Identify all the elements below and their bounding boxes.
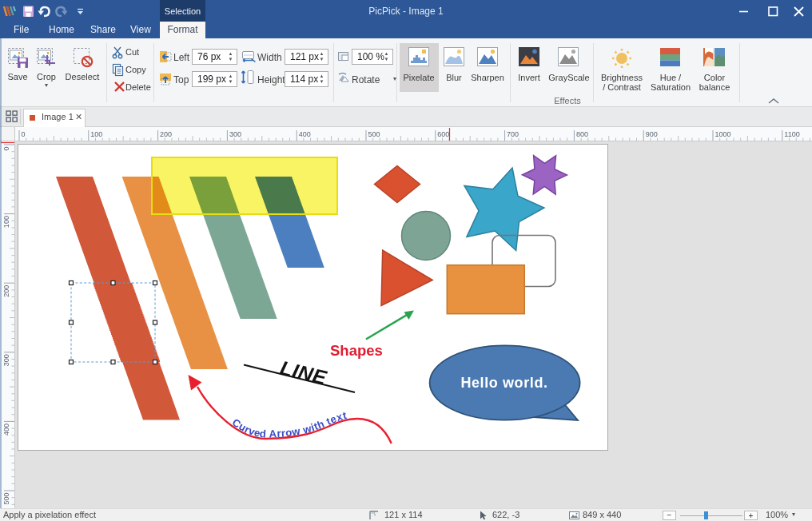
svg-text:300: 300 <box>2 354 10 366</box>
svg-text:0: 0 <box>2 147 10 151</box>
svg-text:Shapes: Shapes <box>330 342 383 359</box>
svg-text:Hello world.: Hello world. <box>460 375 547 391</box>
svg-text:1100: 1100 <box>784 130 799 138</box>
svg-text:100: 100 <box>2 216 10 228</box>
svg-text:600: 600 <box>437 130 449 138</box>
svg-text:0: 0 <box>22 130 26 138</box>
svg-text:1000: 1000 <box>715 130 731 138</box>
svg-text:200: 200 <box>160 130 172 138</box>
svg-text:200: 200 <box>2 285 10 297</box>
svg-text:800: 800 <box>576 130 588 138</box>
svg-text:400: 400 <box>299 130 311 138</box>
svg-text:400: 400 <box>2 424 10 435</box>
svg-text:700: 700 <box>507 130 519 138</box>
svg-text:Curved Arrow with text: Curved Arrow with text <box>230 409 348 440</box>
svg-text:300: 300 <box>229 130 241 138</box>
svg-text:900: 900 <box>646 130 658 138</box>
svg-text:LINE: LINE <box>278 356 330 389</box>
svg-text:500: 500 <box>368 130 380 138</box>
svg-text:100: 100 <box>90 130 102 138</box>
svg-text:500: 500 <box>2 493 10 505</box>
